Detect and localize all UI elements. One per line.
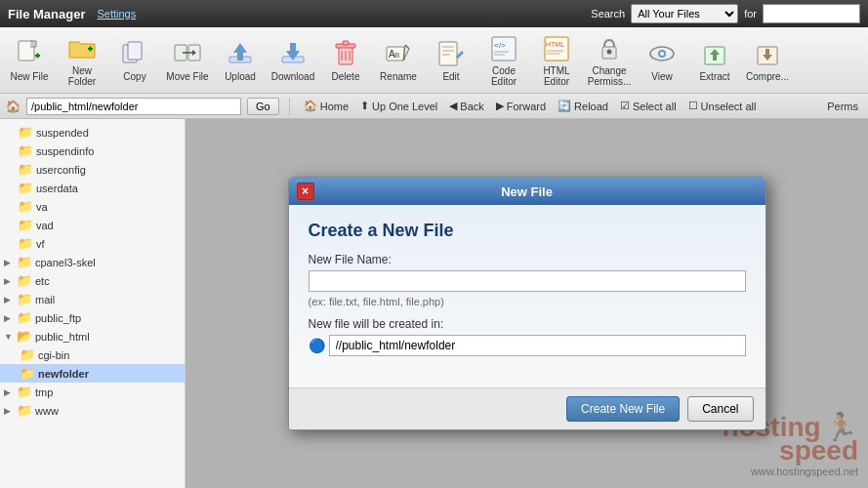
select-all-label: Select all [633,101,677,112]
svg-point-43 [660,52,664,56]
sidebar-item-www[interactable]: ▶ 📁 www [0,401,185,420]
select-all-icon: ☑ [620,100,630,112]
delete-button[interactable]: Delete [320,32,371,89]
expand-icon: ▶ [4,258,14,267]
compress-button[interactable]: Compre... [742,32,793,89]
folder-icon: 📁 [18,218,33,232]
forward-button[interactable]: ▶ Forward [492,99,550,113]
sidebar-item-mail[interactable]: ▶ 📁 mail [0,290,185,308]
sidebar-item-label: cpanel3-skel [35,257,96,268]
dialog-close-button[interactable]: × [297,183,314,200]
copy-label: Copy [123,71,145,82]
sidebar-item-userdata[interactable]: 📁 userdata [0,179,185,197]
sidebar-item-label: vf [36,238,45,250]
search-scope-select[interactable]: All Your Files Current Directory [631,4,738,23]
code-editor-button[interactable]: </> Code Editor [478,32,529,89]
html-editor-icon: HTML [541,34,572,63]
sidebar-item-userconfig[interactable]: 📁 userconfig [0,160,185,179]
unselect-all-button[interactable]: ☐ Unselect all [684,99,761,113]
sidebar-item-cgi-bin[interactable]: 📁 cgi-bin [0,346,185,364]
nav-separator [289,98,290,115]
sidebar-item-vad[interactable]: 📁 vad [0,216,185,234]
edit-button[interactable]: Edit [426,32,476,89]
move-file-button[interactable]: Move File [162,32,213,89]
sidebar-item-label: public_html [35,331,90,343]
sidebar-item-vf[interactable]: 📁 vf [0,234,185,253]
file-name-input[interactable] [309,270,746,292]
path-input[interactable] [26,98,241,115]
view-button[interactable]: View [637,32,687,89]
sidebar-item-label: tmp [35,386,53,398]
sidebar-item-va[interactable]: 📁 va [0,197,185,216]
delete-icon [330,38,361,69]
copy-icon [119,38,150,69]
reload-icon: 🔄 [558,100,571,112]
main-area: 📁 suspended 📁 suspendinfo 📁 userconfig 📁… [0,119,868,488]
reload-button[interactable]: 🔄 Reload [554,99,612,113]
dialog-body: Create a New File New File Name: (ex: fi… [289,205,765,387]
rename-icon: A B [383,38,414,69]
home-label: Home [320,101,349,112]
rename-label: Rename [380,71,417,82]
back-icon: ◀ [449,100,457,112]
copy-button[interactable]: Copy [109,32,160,89]
sidebar-item-label: cgi-bin [38,349,69,361]
forward-label: Forward [507,101,546,112]
new-folder-button[interactable]: New Folder [57,32,107,89]
new-folder-icon [66,34,98,63]
dialog-title: New File [501,184,553,199]
sidebar-item-newfolder[interactable]: 📁 newfolder [0,364,185,383]
created-in-path-input[interactable] [329,335,746,356]
download-icon [277,38,309,69]
upload-label: Upload [225,71,256,82]
go-button[interactable]: Go [247,98,279,115]
new-file-button[interactable]: New File [4,32,55,89]
html-editor-label: HTML Editor [534,65,579,87]
up-level-button[interactable]: ⬆ Up One Level [356,99,441,113]
sidebar-item-public_html[interactable]: ▼ 📂 public_html [0,327,185,346]
settings-link[interactable]: Settings [97,8,136,20]
svg-point-40 [607,49,612,54]
folder-icon: 📁 [18,125,33,140]
dialog-heading: Create a New File [309,221,746,241]
sidebar-item-tmp[interactable]: ▶ 📁 tmp [0,383,185,401]
sidebar-item-cpanel3-skel[interactable]: ▶ 📁 cpanel3-skel [0,253,185,271]
cancel-button[interactable]: Cancel [687,396,753,422]
extract-icon [699,38,730,69]
back-button[interactable]: ◀ Back [445,99,487,113]
create-new-file-button[interactable]: Create New File [566,396,680,422]
header-left: File Manager Settings [8,7,136,21]
dialog-footer: Create New File Cancel [289,387,765,429]
sidebar-item-etc[interactable]: ▶ 📁 etc [0,271,185,290]
unselect-all-label: Unselect all [701,101,757,112]
upload-button[interactable]: Upload [215,32,266,89]
view-icon [646,38,678,69]
sidebar-item-suspended[interactable]: 📁 suspended [0,123,185,142]
folder-icon: 📁 [18,162,33,177]
sidebar-item-suspendinfo[interactable]: 📁 suspendinfo [0,142,185,160]
sidebar-item-public_ftp[interactable]: ▶ 📁 public_ftp [0,308,185,327]
new-file-icon [14,38,45,69]
svg-rect-17 [343,41,349,45]
svg-rect-6 [128,42,142,60]
created-in-row: 🔵 [309,335,746,356]
nav-buttons: 🏠 Home ⬆ Up One Level ◀ Back ▶ Forward 🔄… [300,99,761,113]
html-editor-button[interactable]: HTML HTML Editor [531,32,582,89]
home-nav-button[interactable]: 🏠 Home [300,99,352,113]
edit-icon [435,38,467,69]
select-all-button[interactable]: ☑ Select all [616,99,681,113]
svg-rect-26 [439,42,457,65]
folder-icon: 📁 [18,199,33,214]
extract-button[interactable]: Extract [689,32,740,89]
folder-icon: 📁 [18,143,33,158]
compress-label: Compre... [746,71,789,82]
extract-label: Extract [699,71,729,82]
file-name-label: New File Name: [309,253,746,266]
rename-button[interactable]: A B Rename [373,32,424,89]
modal-overlay: × New File Create a New File New File Na… [186,119,868,488]
change-perms-button[interactable]: Change Permiss... [584,32,635,89]
search-input[interactable] [763,4,860,23]
content-area: hosting 🏃 speed www.hostingspeed.net × N… [186,119,868,488]
download-button[interactable]: Download [268,32,318,89]
compress-icon [752,38,783,69]
